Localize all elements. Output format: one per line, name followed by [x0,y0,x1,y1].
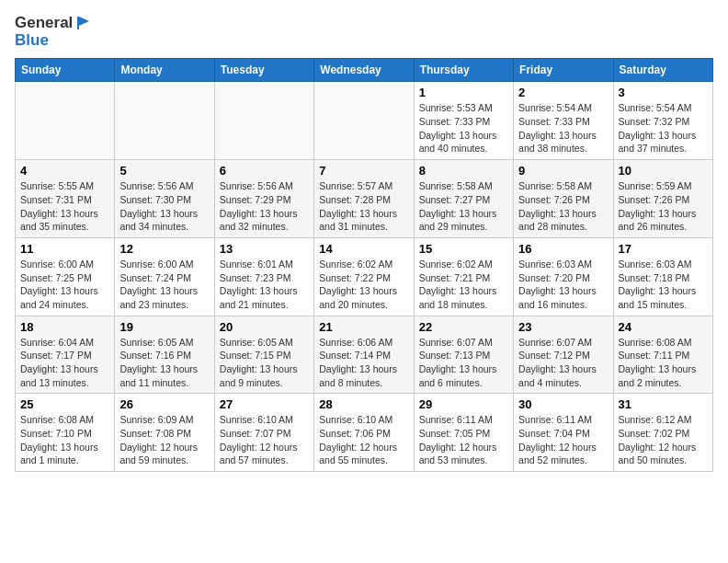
day-number: 17 [619,242,708,256]
day-info: Sunrise: 6:08 AM Sunset: 7:10 PM Dayligh… [20,414,98,465]
day-info: Sunrise: 5:56 AM Sunset: 7:29 PM Dayligh… [220,180,298,232]
day-info: Sunrise: 6:03 AM Sunset: 7:20 PM Dayligh… [518,259,597,310]
day-info: Sunrise: 5:53 AM Sunset: 7:33 PM Dayligh… [419,102,497,154]
header-day-monday: Monday [115,59,214,82]
calendar-cell [314,82,414,160]
calendar-cell: 9Sunrise: 5:58 AM Sunset: 7:26 PM Daylig… [514,160,613,238]
calendar-cell: 30Sunrise: 6:11 AM Sunset: 7:04 PM Dayli… [514,394,613,472]
day-number: 28 [319,397,408,411]
header-day-thursday: Thursday [414,59,513,82]
calendar-cell: 16Sunrise: 6:03 AM Sunset: 7:20 PM Dayli… [514,237,613,316]
calendar-cell: 13Sunrise: 6:01 AM Sunset: 7:23 PM Dayli… [214,237,313,316]
calendar-cell [16,82,115,160]
day-number: 13 [220,242,309,256]
day-info: Sunrise: 5:59 AM Sunset: 7:26 PM Dayligh… [619,180,697,232]
calendar-cell: 8Sunrise: 5:58 AM Sunset: 7:27 PM Daylig… [414,160,513,238]
calendar-cell: 1Sunrise: 5:53 AM Sunset: 7:33 PM Daylig… [414,82,513,160]
header-day-wednesday: Wednesday [314,59,414,82]
calendar-cell [115,82,214,160]
header-day-sunday: Sunday [16,59,115,82]
calendar-week-4: 18Sunrise: 6:04 AM Sunset: 7:17 PM Dayli… [16,316,713,394]
calendar-body: 1Sunrise: 5:53 AM Sunset: 7:33 PM Daylig… [16,82,713,472]
day-info: Sunrise: 6:01 AM Sunset: 7:23 PM Dayligh… [220,259,298,310]
calendar-cell: 4Sunrise: 5:55 AM Sunset: 7:31 PM Daylig… [16,160,115,238]
calendar-cell: 21Sunrise: 6:06 AM Sunset: 7:14 PM Dayli… [314,316,414,394]
day-info: Sunrise: 5:57 AM Sunset: 7:28 PM Dayligh… [319,180,397,232]
day-info: Sunrise: 6:02 AM Sunset: 7:22 PM Dayligh… [319,259,397,310]
day-number: 2 [518,86,608,99]
calendar-header-row: SundayMondayTuesdayWednesdayThursdayFrid… [16,59,713,82]
day-number: 18 [20,320,109,334]
calendar-cell: 15Sunrise: 6:02 AM Sunset: 7:21 PM Dayli… [414,237,513,316]
day-info: Sunrise: 6:04 AM Sunset: 7:17 PM Dayligh… [20,337,98,388]
day-number: 24 [619,320,708,334]
day-number: 14 [319,242,408,256]
day-number: 4 [20,164,109,178]
day-number: 6 [220,164,309,178]
day-info: Sunrise: 5:54 AM Sunset: 7:32 PM Dayligh… [619,102,697,154]
day-number: 20 [220,320,309,334]
svg-marker-0 [79,17,89,26]
day-number: 25 [20,397,109,411]
day-info: Sunrise: 6:12 AM Sunset: 7:02 PM Dayligh… [619,414,697,465]
day-info: Sunrise: 5:55 AM Sunset: 7:31 PM Dayligh… [20,180,98,232]
calendar-week-3: 11Sunrise: 6:00 AM Sunset: 7:25 PM Dayli… [16,237,713,316]
calendar-cell: 2Sunrise: 5:54 AM Sunset: 7:33 PM Daylig… [514,82,613,160]
day-number: 5 [119,164,209,178]
calendar-cell: 11Sunrise: 6:00 AM Sunset: 7:25 PM Dayli… [16,237,115,316]
day-number: 31 [619,397,708,411]
day-number: 19 [119,320,209,334]
calendar-cell: 17Sunrise: 6:03 AM Sunset: 7:18 PM Dayli… [613,237,712,316]
day-number: 27 [220,397,309,411]
calendar-cell: 22Sunrise: 6:07 AM Sunset: 7:13 PM Dayli… [414,316,513,394]
calendar-cell: 10Sunrise: 5:59 AM Sunset: 7:26 PM Dayli… [613,160,712,238]
day-number: 1 [419,86,508,99]
calendar-cell: 28Sunrise: 6:10 AM Sunset: 7:06 PM Dayli… [314,394,414,472]
day-info: Sunrise: 6:00 AM Sunset: 7:25 PM Dayligh… [20,259,98,310]
day-number: 3 [619,86,708,99]
svg-rect-1 [77,17,79,29]
day-number: 10 [619,164,708,178]
calendar-cell: 5Sunrise: 5:56 AM Sunset: 7:30 PM Daylig… [115,160,214,238]
day-info: Sunrise: 6:02 AM Sunset: 7:21 PM Dayligh… [419,259,497,310]
calendar-cell: 23Sunrise: 6:07 AM Sunset: 7:12 PM Dayli… [514,316,613,394]
calendar-cell: 26Sunrise: 6:09 AM Sunset: 7:08 PM Dayli… [115,394,214,472]
day-info: Sunrise: 6:05 AM Sunset: 7:15 PM Dayligh… [220,337,298,388]
calendar-week-1: 1Sunrise: 5:53 AM Sunset: 7:33 PM Daylig… [16,82,713,160]
calendar-week-5: 25Sunrise: 6:08 AM Sunset: 7:10 PM Dayli… [16,394,713,472]
day-info: Sunrise: 6:10 AM Sunset: 7:07 PM Dayligh… [220,414,298,465]
calendar-cell: 3Sunrise: 5:54 AM Sunset: 7:32 PM Daylig… [613,82,712,160]
day-info: Sunrise: 6:11 AM Sunset: 7:04 PM Dayligh… [518,414,597,465]
day-number: 30 [518,397,608,411]
day-info: Sunrise: 5:58 AM Sunset: 7:27 PM Dayligh… [419,180,497,232]
day-info: Sunrise: 6:08 AM Sunset: 7:11 PM Dayligh… [619,337,697,388]
day-number: 23 [518,320,608,334]
day-number: 11 [20,242,109,256]
day-info: Sunrise: 6:00 AM Sunset: 7:24 PM Dayligh… [119,259,198,310]
header-day-tuesday: Tuesday [214,59,313,82]
day-info: Sunrise: 6:07 AM Sunset: 7:12 PM Dayligh… [518,337,597,388]
logo-blue-text: Blue [15,32,49,50]
day-number: 15 [419,242,508,256]
day-info: Sunrise: 6:10 AM Sunset: 7:06 PM Dayligh… [319,414,397,465]
calendar-cell: 18Sunrise: 6:04 AM Sunset: 7:17 PM Dayli… [16,316,115,394]
day-number: 26 [119,397,209,411]
day-info: Sunrise: 6:07 AM Sunset: 7:13 PM Dayligh… [419,337,497,388]
day-info: Sunrise: 6:11 AM Sunset: 7:05 PM Dayligh… [419,414,497,465]
header-day-friday: Friday [514,59,613,82]
calendar-cell [214,82,313,160]
calendar-cell: 25Sunrise: 6:08 AM Sunset: 7:10 PM Dayli… [16,394,115,472]
day-info: Sunrise: 5:54 AM Sunset: 7:33 PM Dayligh… [518,102,597,154]
calendar-cell: 24Sunrise: 6:08 AM Sunset: 7:11 PM Dayli… [613,316,712,394]
day-number: 12 [119,242,209,256]
day-number: 21 [319,320,408,334]
day-number: 29 [419,397,508,411]
day-number: 8 [419,164,508,178]
calendar-cell: 31Sunrise: 6:12 AM Sunset: 7:02 PM Dayli… [613,394,712,472]
day-number: 9 [518,164,608,178]
day-info: Sunrise: 5:58 AM Sunset: 7:26 PM Dayligh… [518,180,597,232]
calendar-cell: 20Sunrise: 6:05 AM Sunset: 7:15 PM Dayli… [214,316,313,394]
logo: General Blue [15,15,89,49]
calendar-cell: 29Sunrise: 6:11 AM Sunset: 7:05 PM Dayli… [414,394,513,472]
logo-general-text: General [15,15,73,32]
